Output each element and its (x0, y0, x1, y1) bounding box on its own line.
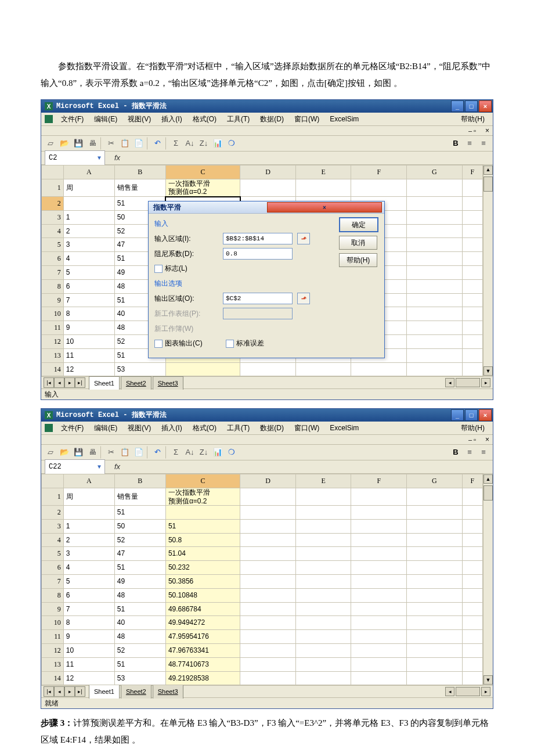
menu-window[interactable]: 窗口(W) (290, 420, 324, 436)
sheet-tab-2[interactable]: Sheet2 (121, 376, 151, 390)
maximize-button[interactable]: □ (465, 100, 478, 112)
menu-insert[interactable]: 插入(I) (157, 420, 186, 436)
sort-asc-icon[interactable]: A↓ (184, 447, 196, 458)
menu-data[interactable]: 数据(D) (255, 420, 288, 436)
open-icon[interactable]: 📂 (59, 138, 70, 149)
horizontal-scrollbar[interactable]: ◂▸ (186, 687, 490, 696)
chart-icon[interactable]: 📊 (212, 447, 223, 458)
output-range-label: 输出区域(O): (154, 292, 218, 305)
sort-desc-icon[interactable]: Z↓ (198, 447, 210, 458)
print-icon[interactable]: 🖶 (86, 138, 98, 149)
scroll-up-icon[interactable]: ▲ (484, 474, 493, 484)
help-button[interactable]: 帮助(H) (339, 253, 377, 267)
menu-excelsim[interactable]: ExcelSim (325, 420, 363, 436)
scroll-thumb[interactable] (484, 177, 493, 192)
name-box[interactable]: C2▼ (45, 150, 105, 166)
sheet-tab-1[interactable]: Sheet1 (89, 376, 120, 390)
menu-excelsim[interactable]: ExcelSim (325, 111, 363, 127)
fx-icon[interactable]: fx (114, 460, 120, 474)
dropdown-icon[interactable]: ▼ (98, 153, 101, 164)
menu-view[interactable]: 视图(V) (123, 420, 156, 436)
autosum-icon[interactable]: Σ (170, 138, 182, 149)
sheet-tab-3[interactable]: Sheet3 (153, 685, 183, 699)
menu-format[interactable]: 格式(O) (188, 420, 221, 436)
sheet-tab-1[interactable]: Sheet1 (89, 685, 120, 699)
sheet-tab-2[interactable]: Sheet2 (121, 685, 151, 699)
menu-window[interactable]: 窗口(W) (290, 111, 324, 127)
undo-icon[interactable]: ↶ (151, 447, 163, 458)
input-range-field[interactable]: $B$2:$B$14 (223, 233, 293, 244)
scroll-up-icon[interactable]: ▲ (484, 165, 493, 175)
menu-view[interactable]: 视图(V) (123, 111, 156, 127)
menu-file[interactable]: 文件(F) (56, 420, 88, 436)
bold-icon[interactable]: B (450, 447, 461, 458)
new-icon[interactable]: ▱ (45, 138, 56, 149)
labels-checkbox[interactable]: 标志(L) (154, 262, 187, 275)
separator (165, 137, 168, 150)
stderr-checkbox[interactable]: 标准误差 (226, 337, 264, 350)
range-picker-icon[interactable]: ⬏ (297, 293, 310, 304)
copy-icon[interactable]: 📋 (119, 447, 131, 458)
close-button[interactable]: × (479, 100, 492, 112)
name-box[interactable]: C22▼ (45, 459, 105, 475)
tab-nav-buttons[interactable]: |◂◂▸▸| (44, 686, 85, 697)
sheet-tab-3[interactable]: Sheet3 (153, 376, 183, 390)
menu-format[interactable]: 格式(O) (188, 111, 221, 127)
horizontal-scrollbar[interactable]: ◂▸ (186, 378, 490, 387)
sub-close-button[interactable]: × (485, 433, 489, 447)
sub-restore-icon[interactable]: – ▫ (468, 434, 476, 446)
vertical-scrollbar[interactable]: ▲ ▼ (483, 474, 493, 685)
align-right-icon[interactable]: ≡ (478, 138, 489, 149)
menu-data[interactable]: 数据(D) (255, 111, 288, 127)
dropdown-icon[interactable]: ▼ (98, 462, 101, 473)
menu-edit[interactable]: 编辑(E) (89, 420, 122, 436)
sort-desc-icon[interactable]: Z↓ (198, 138, 210, 149)
sort-asc-icon[interactable]: A↓ (184, 138, 196, 149)
cancel-button[interactable]: 取消 (339, 236, 377, 250)
menu-edit[interactable]: 编辑(E) (89, 111, 122, 127)
input-range-label: 输入区域(I): (154, 232, 218, 246)
paste-icon[interactable]: 📄 (133, 447, 145, 458)
open-icon[interactable]: 📂 (59, 447, 70, 458)
maximize-button[interactable]: □ (465, 409, 478, 421)
range-picker-icon[interactable]: ⬏ (297, 233, 310, 244)
ok-button[interactable]: 确定 (339, 217, 378, 232)
help-icon[interactable]: ❍ (226, 138, 237, 149)
print-icon[interactable]: 🖶 (86, 447, 98, 458)
menu-tools[interactable]: 工具(T) (222, 111, 254, 127)
align-right-icon[interactable]: ≡ (478, 447, 489, 458)
menu-file[interactable]: 文件(F) (56, 111, 88, 127)
scroll-down-icon[interactable]: ▼ (484, 675, 493, 685)
minimize-button[interactable]: _ (451, 100, 464, 112)
align-left-icon[interactable]: ≡ (464, 447, 475, 458)
scroll-thumb[interactable] (484, 485, 493, 501)
save-icon[interactable]: 💾 (73, 447, 84, 458)
minimize-button[interactable]: _ (451, 409, 464, 421)
sub-restore-icon[interactable]: – ▫ (468, 125, 476, 137)
chart-output-checkbox[interactable]: 图表输出(C) (154, 337, 203, 350)
paste-icon[interactable]: 📄 (133, 138, 145, 149)
cut-icon[interactable]: ✂ (105, 447, 117, 458)
undo-icon[interactable]: ↶ (151, 138, 163, 149)
sub-close-button[interactable]: × (485, 124, 489, 138)
copy-icon[interactable]: 📋 (119, 138, 131, 149)
menu-insert[interactable]: 插入(I) (157, 111, 186, 127)
new-icon[interactable]: ▱ (45, 447, 56, 458)
cut-icon[interactable]: ✂ (105, 138, 117, 149)
menu-tools[interactable]: 工具(T) (222, 420, 254, 436)
spreadsheet-grid[interactable]: AB C DE FGF 1 周销售量 一次指数平滑预测值α=0.2 251 31… (41, 474, 483, 685)
output-range-field[interactable]: $C$2 (223, 293, 293, 304)
damping-field[interactable]: 0.8 (223, 248, 293, 260)
chart-icon[interactable]: 📊 (212, 138, 223, 149)
autosum-icon[interactable]: Σ (170, 447, 182, 458)
dialog-close-button[interactable]: × (267, 202, 382, 213)
help-icon[interactable]: ❍ (226, 447, 237, 458)
vertical-scrollbar[interactable]: ▲ ▼ (483, 165, 493, 376)
bold-icon[interactable]: B (450, 138, 461, 149)
save-icon[interactable]: 💾 (73, 138, 84, 149)
align-left-icon[interactable]: ≡ (464, 138, 475, 149)
tab-nav-buttons[interactable]: |◂◂▸▸| (44, 377, 85, 388)
close-button[interactable]: × (479, 409, 492, 421)
fx-icon[interactable]: fx (114, 151, 120, 165)
scroll-down-icon[interactable]: ▼ (484, 366, 493, 376)
